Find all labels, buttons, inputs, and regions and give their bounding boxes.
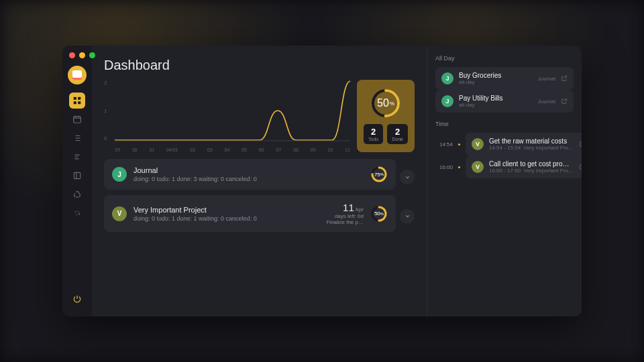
time-dot xyxy=(458,166,460,168)
open-task-button[interactable] xyxy=(579,161,582,173)
page-title: Dashboard xyxy=(104,58,415,73)
task-badge: J xyxy=(441,95,453,107)
project-stats: doing: 0 todo: 1 done: 3 waiting: 0 canc… xyxy=(133,176,364,182)
timed-task-row: 16:00 V Call client to get cost pro…16:0… xyxy=(435,156,574,178)
power-button[interactable] xyxy=(69,291,85,307)
nav-list-1[interactable] xyxy=(69,130,85,146)
task-title: Buy Groceries xyxy=(459,72,533,79)
time-dot xyxy=(458,143,460,145)
minimize-window-button[interactable] xyxy=(79,52,85,58)
task-card[interactable]: J Pay Utility Billsall-day Journal xyxy=(435,90,574,113)
timed-task-row: 14:54 V Get the raw material costs14:54 … xyxy=(435,133,574,156)
external-link-icon xyxy=(561,75,568,82)
x-tick: 10 xyxy=(327,147,333,152)
open-task-button[interactable] xyxy=(579,138,582,150)
external-link-icon xyxy=(579,141,582,147)
task-badge: J xyxy=(441,72,453,84)
x-tick: 02 xyxy=(190,147,195,152)
nav-recycle[interactable] xyxy=(69,186,85,202)
project-badge: V xyxy=(112,206,127,221)
overall-progress-card: 50% 2Todo2Done xyxy=(357,80,415,152)
task-card[interactable]: V Get the raw material costs14:54 - 15:5… xyxy=(466,133,582,156)
expand-button[interactable] xyxy=(400,170,415,184)
sidebar xyxy=(62,46,92,316)
recycle-icon xyxy=(72,190,82,199)
overall-percent: 50 xyxy=(377,97,389,109)
chevron-down-icon xyxy=(405,213,411,219)
agenda-panel: All Day J Buy Groceriesall-day Journal J… xyxy=(427,46,582,316)
open-task-button[interactable] xyxy=(561,95,568,107)
project-badge: J xyxy=(112,167,127,182)
x-tick: 31 xyxy=(149,147,154,152)
x-tick: 05 xyxy=(241,147,247,152)
x-tick: 30 xyxy=(132,147,138,152)
panel-icon xyxy=(72,171,82,180)
y-tick: 1 xyxy=(104,108,107,114)
project-progress-ring: 50% xyxy=(370,205,388,223)
main-panel: Dashboard 210 29303104/01020304050607080… xyxy=(92,46,427,316)
task-badge: V xyxy=(472,138,484,150)
calendar-icon xyxy=(72,115,82,124)
x-tick: 07 xyxy=(276,147,282,152)
grid-icon xyxy=(72,96,82,105)
close-window-button[interactable] xyxy=(69,52,75,58)
svg-rect-1 xyxy=(78,97,80,100)
task-card[interactable]: V Call client to get cost pro…16:00 - 17… xyxy=(466,156,582,178)
external-link-icon xyxy=(561,98,568,105)
task-title: Pay Utility Bills xyxy=(459,95,533,102)
count-todo: 2Todo xyxy=(364,124,383,144)
time-label: 14:54 xyxy=(435,141,453,147)
task-project: Journal xyxy=(538,99,555,105)
project-card[interactable]: V Very Important Projectdoing: 0 todo: 1… xyxy=(104,195,396,232)
task-title: Get the raw material costs xyxy=(489,137,574,145)
svg-rect-5 xyxy=(74,172,80,178)
power-icon xyxy=(72,294,82,304)
x-tick: 03 xyxy=(207,147,213,152)
svg-rect-2 xyxy=(74,101,76,104)
svg-rect-0 xyxy=(74,97,76,100)
task-project: Journal xyxy=(538,76,555,82)
nav-dashboard[interactable] xyxy=(69,93,85,109)
project-name: Journal xyxy=(133,166,364,174)
expand-button[interactable] xyxy=(400,209,415,224)
x-tick: 11 xyxy=(345,147,350,152)
nav-list-2[interactable] xyxy=(69,149,85,165)
x-tick: 04/01 xyxy=(166,147,178,152)
list-icon xyxy=(72,133,82,143)
project-progress-ring: 75% xyxy=(370,166,388,183)
svg-rect-3 xyxy=(78,101,80,104)
activity-chart: 210 29303104/0102030405060708091011 xyxy=(104,80,350,152)
nav-panel[interactable] xyxy=(69,168,85,184)
task-subtitle: all-day xyxy=(459,102,533,108)
x-tick: 08 xyxy=(293,147,299,152)
nav-calendar[interactable] xyxy=(69,111,85,127)
x-tick: 04 xyxy=(225,147,230,152)
list-alt-icon xyxy=(72,152,82,162)
overall-progress-ring: 50% xyxy=(370,88,401,119)
x-tick: 09 xyxy=(311,147,316,152)
nav-settings[interactable] xyxy=(69,205,85,221)
x-tick: 29 xyxy=(115,147,120,152)
gear-icon xyxy=(72,208,82,218)
project-card[interactable]: J Journaldoing: 0 todo: 1 done: 3 waitin… xyxy=(104,159,396,190)
task-subtitle: 14:54 - 15:54 Very Important Pro… xyxy=(489,145,574,151)
task-card[interactable]: J Buy Groceriesall-day Journal xyxy=(435,67,574,90)
app-logo[interactable] xyxy=(68,66,87,84)
x-tick: 06 xyxy=(259,147,264,152)
project-deadline: 11 Aprdays left: 0dFinalize the p… xyxy=(326,202,364,225)
open-task-button[interactable] xyxy=(561,72,568,84)
svg-rect-4 xyxy=(74,117,81,123)
maximize-window-button[interactable] xyxy=(89,52,95,58)
chevron-down-icon xyxy=(405,174,411,180)
project-name: Very Important Project xyxy=(133,206,319,214)
time-label: 16:00 xyxy=(435,164,453,170)
traffic-lights xyxy=(69,52,95,58)
task-badge: V xyxy=(472,161,484,173)
task-title: Call client to get cost pro… xyxy=(489,160,574,168)
project-stats: doing: 0 todo: 1 done: 1 waiting: 0 canc… xyxy=(133,215,319,222)
task-subtitle: all-day xyxy=(459,79,533,85)
count-done: 2Done xyxy=(387,124,408,144)
allday-heading: All Day xyxy=(435,55,574,62)
time-heading: Time xyxy=(435,121,574,127)
external-link-icon xyxy=(579,164,582,170)
